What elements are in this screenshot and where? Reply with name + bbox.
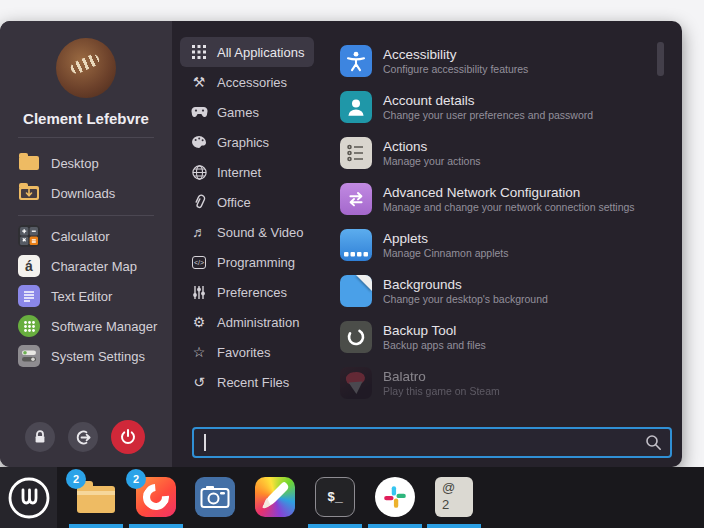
app-subtitle: Manage your actions bbox=[383, 156, 480, 167]
search-icon bbox=[645, 434, 662, 451]
category-recent-files[interactable]: ↺ Recent Files bbox=[180, 367, 299, 397]
app-title: Balatro bbox=[383, 370, 500, 384]
search-input[interactable] bbox=[194, 429, 670, 456]
taskbar-item-screenshot[interactable] bbox=[194, 476, 236, 518]
balatro-icon bbox=[340, 367, 372, 399]
notification-badge: 2 bbox=[66, 469, 86, 489]
folder-icon bbox=[18, 152, 40, 174]
taskbar-item-terminal[interactable]: $_ bbox=[314, 476, 356, 518]
email-icon-count: 2 bbox=[442, 496, 473, 513]
category-label: Games bbox=[217, 105, 259, 120]
sidebar-item-calculator[interactable]: Calculator bbox=[0, 221, 172, 251]
category-label: Office bbox=[217, 195, 251, 210]
lock-screen-button[interactable] bbox=[25, 422, 55, 452]
application-list: Accessibility Configure accessibility fe… bbox=[340, 38, 670, 406]
category-accessories[interactable]: ⚒ Accessories bbox=[180, 67, 297, 97]
category-games[interactable]: Games bbox=[180, 97, 269, 127]
category-internet[interactable]: Internet bbox=[180, 157, 271, 187]
menu-sidebar: Clement Lefebvre Desktop Downloads bbox=[0, 21, 172, 467]
category-office[interactable]: Office bbox=[180, 187, 261, 217]
sidebar-item-label: Downloads bbox=[51, 186, 115, 201]
text-caret bbox=[204, 434, 206, 451]
mint-menu-button[interactable] bbox=[0, 467, 57, 528]
app-advanced-network-configuration[interactable]: Advanced Network Configuration Manage an… bbox=[340, 176, 670, 222]
app-accessibility[interactable]: Accessibility Configure accessibility fe… bbox=[340, 38, 670, 84]
app-actions[interactable]: Actions Manage your actions bbox=[340, 130, 670, 176]
sidebar-item-desktop[interactable]: Desktop bbox=[0, 148, 172, 178]
taskbar-item-firefox[interactable]: 2 bbox=[135, 476, 177, 518]
app-backgrounds[interactable]: Backgrounds Change your desktop's backgr… bbox=[340, 268, 670, 314]
category-graphics[interactable]: Graphics bbox=[180, 127, 279, 157]
category-label: Preferences bbox=[217, 285, 287, 300]
sidebar-item-software-manager[interactable]: Software Manager bbox=[0, 311, 172, 341]
category-label: Internet bbox=[217, 165, 261, 180]
desktop: Clement Lefebvre Desktop Downloads bbox=[0, 0, 704, 528]
app-title: Applets bbox=[383, 232, 509, 246]
taskbar-item-drawing[interactable] bbox=[254, 476, 296, 518]
app-subtitle: Manage and change your network connectio… bbox=[383, 202, 635, 213]
software-manager-icon bbox=[18, 315, 40, 337]
account-details-icon bbox=[340, 91, 372, 123]
running-indicator bbox=[69, 524, 123, 528]
sidebar-item-text-editor[interactable]: Text Editor bbox=[0, 281, 172, 311]
slack-icon bbox=[374, 476, 416, 518]
scrollbar-thumb[interactable] bbox=[657, 42, 664, 76]
user-name: Clement Lefebvre bbox=[0, 110, 172, 128]
sidebar-item-label: Desktop bbox=[51, 156, 99, 171]
session-buttons bbox=[25, 420, 145, 454]
tools-icon: ⚒ bbox=[190, 73, 208, 91]
shutdown-button[interactable] bbox=[111, 420, 145, 454]
category-favorites[interactable]: ☆ Favorites bbox=[180, 337, 280, 367]
sidebar-item-label: Character Map bbox=[51, 259, 137, 274]
logout-button[interactable] bbox=[68, 422, 98, 452]
text-editor-icon bbox=[18, 285, 40, 307]
accessibility-icon bbox=[340, 45, 372, 77]
taskbar-item-slack[interactable] bbox=[374, 476, 416, 518]
search-bar bbox=[192, 427, 672, 458]
app-title: Actions bbox=[383, 140, 480, 154]
category-sound-video[interactable]: ♬ Sound & Video bbox=[180, 217, 314, 247]
sidebar-item-system-settings[interactable]: System Settings bbox=[0, 341, 172, 371]
music-icon: ♬ bbox=[190, 223, 208, 241]
category-label: Recent Files bbox=[217, 375, 289, 390]
applets-icon bbox=[340, 229, 372, 261]
sliders-icon bbox=[190, 283, 208, 301]
sidebar-item-label: Text Editor bbox=[51, 289, 112, 304]
calculator-icon bbox=[18, 225, 40, 247]
app-backup-tool[interactable]: Backup Tool Backup apps and files bbox=[340, 314, 670, 360]
palette-icon bbox=[190, 133, 208, 151]
app-applets[interactable]: Applets Manage Cinnamon applets bbox=[340, 222, 670, 268]
sidebar-item-character-map[interactable]: á Character Map bbox=[0, 251, 172, 281]
character-map-icon: á bbox=[18, 255, 40, 277]
downloads-folder-icon bbox=[18, 182, 40, 204]
grid-icon bbox=[190, 43, 208, 61]
category-administration[interactable]: ⚙ Administration bbox=[180, 307, 309, 337]
taskbar-item-files[interactable]: 2 bbox=[75, 476, 117, 518]
app-subtitle: Backup apps and files bbox=[383, 340, 486, 351]
power-icon bbox=[119, 428, 137, 446]
globe-icon bbox=[190, 163, 208, 181]
category-preferences[interactable]: Preferences bbox=[180, 277, 297, 307]
code-icon: </> bbox=[190, 253, 208, 271]
category-list: All Applications ⚒ Accessories Games bbox=[180, 37, 330, 397]
app-title: Backgrounds bbox=[383, 278, 548, 292]
category-label: Accessories bbox=[217, 75, 287, 90]
avatar[interactable] bbox=[56, 38, 116, 98]
email-icon-at: @ bbox=[442, 479, 473, 496]
system-settings-icon bbox=[18, 345, 40, 367]
app-subtitle: Configure accessibility features bbox=[383, 64, 528, 75]
category-programming[interactable]: </> Programming bbox=[180, 247, 305, 277]
sidebar-item-downloads[interactable]: Downloads bbox=[0, 178, 172, 208]
taskbar-item-email[interactable]: @ 2 bbox=[433, 476, 475, 518]
category-label: Administration bbox=[217, 315, 299, 330]
divider bbox=[18, 215, 154, 216]
app-subtitle: Manage Cinnamon applets bbox=[383, 248, 509, 259]
category-label: Favorites bbox=[217, 345, 270, 360]
history-icon: ↺ bbox=[190, 373, 208, 391]
app-account-details[interactable]: Account details Change your user prefere… bbox=[340, 84, 670, 130]
app-balatro[interactable]: Balatro Play this game on Steam bbox=[340, 360, 670, 406]
notification-badge: 2 bbox=[126, 469, 146, 489]
category-all-applications[interactable]: All Applications bbox=[180, 37, 314, 67]
taskbar: 2 2 bbox=[0, 467, 704, 528]
paintbrush-icon bbox=[254, 476, 296, 518]
